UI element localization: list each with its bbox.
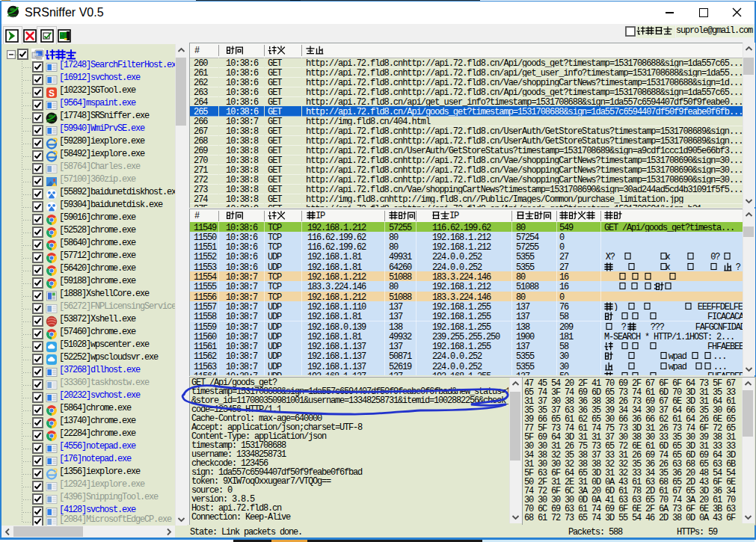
svg-text:S: S	[49, 87, 55, 98]
